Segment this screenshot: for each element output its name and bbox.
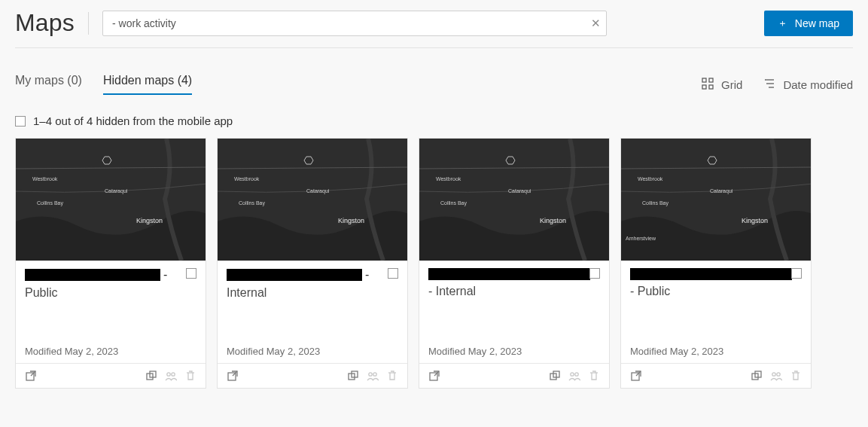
sort-icon (763, 78, 775, 92)
svg-text:Cataraqui: Cataraqui (306, 188, 330, 194)
card-modified: Modified May 2, 2023 (25, 332, 196, 357)
duplicate-icon[interactable] (549, 370, 561, 382)
svg-text:Kingston: Kingston (136, 217, 163, 224)
svg-text:Cataraqui: Cataraqui (710, 188, 733, 194)
svg-rect-3 (709, 85, 713, 89)
duplicate-icon[interactable] (145, 370, 157, 382)
select-all-checkbox[interactable] (15, 116, 26, 127)
card-footer (419, 363, 609, 388)
svg-text:Collins Bay: Collins Bay (37, 200, 64, 206)
search-input[interactable] (102, 11, 607, 36)
svg-text:Collins Bay: Collins Bay (239, 200, 266, 206)
card-subtitle: Public (25, 286, 196, 300)
card-checkbox[interactable] (186, 268, 196, 279)
card-modified: Modified May 2, 2023 (227, 332, 398, 357)
svg-point-16 (172, 373, 175, 376)
open-external-icon[interactable] (25, 370, 37, 382)
card-title-dash: - (365, 268, 369, 282)
card-title-dash: - (163, 268, 167, 282)
header-left: Maps ✕ (15, 9, 607, 37)
sort-label: Date modified (783, 78, 853, 91)
map-card[interactable]: Westbrook Cataraqui Collins Bay Kingston… (419, 138, 610, 389)
svg-point-47 (777, 373, 780, 376)
card-title-redacted (25, 269, 160, 281)
delete-icon (790, 370, 802, 382)
map-card[interactable]: Westbrook Cataraqui Collins Bay Kingston… (15, 138, 206, 389)
view-grid-button[interactable]: Grid (702, 78, 742, 92)
view-grid-label: Grid (721, 78, 742, 91)
map-thumbnail: Westbrook Cataraqui Collins Bay Kingston… (621, 139, 811, 261)
delete-icon (386, 370, 398, 382)
svg-point-36 (575, 373, 578, 376)
map-thumbnail: Westbrook Cataraqui Collins Bay Kingston (16, 139, 206, 261)
card-title-redacted (227, 269, 362, 281)
share-icon (367, 370, 379, 382)
card-checkbox[interactable] (791, 268, 802, 279)
open-external-icon[interactable] (630, 370, 642, 382)
header: Maps ✕ ＋ New map (15, 9, 853, 48)
delete-icon (184, 370, 196, 382)
card-title-row (428, 268, 600, 280)
svg-text:Amherstview: Amherstview (626, 236, 656, 241)
map-card[interactable]: Westbrook Cataraqui Collins Bay Kingston… (217, 138, 408, 389)
svg-text:Cataraqui: Cataraqui (508, 188, 531, 194)
duplicate-icon[interactable] (751, 370, 763, 382)
card-title-row (630, 268, 802, 280)
duplicate-icon[interactable] (347, 370, 359, 382)
page-title: Maps (15, 9, 75, 37)
card-body: - Internal Modified May 2, 2023 (218, 261, 407, 363)
open-external-icon[interactable] (227, 370, 239, 382)
svg-text:Collins Bay: Collins Bay (642, 200, 669, 206)
card-title-redacted (630, 268, 792, 280)
svg-text:Westbrook: Westbrook (32, 176, 58, 181)
subheader: My maps (0) Hidden maps (4) Grid (15, 74, 853, 95)
tab-hidden-maps[interactable]: Hidden maps (4) (103, 74, 192, 95)
svg-rect-0 (702, 78, 706, 82)
sort-button[interactable]: Date modified (763, 78, 853, 92)
svg-rect-2 (702, 85, 706, 89)
view-controls: Grid Date modified (702, 78, 853, 92)
card-grid: Westbrook Cataraqui Collins Bay Kingston… (15, 138, 853, 389)
svg-text:Westbrook: Westbrook (436, 176, 461, 181)
card-body: - Public Modified May 2, 2023 (621, 261, 811, 363)
map-thumbnail: Westbrook Cataraqui Collins Bay Kingston (218, 139, 407, 261)
card-title-row: - (227, 268, 398, 282)
card-title-row: - (25, 268, 196, 282)
card-subtitle: - Public (630, 285, 802, 298)
svg-text:Kingston: Kingston (540, 217, 566, 224)
map-card[interactable]: Westbrook Cataraqui Collins Bay Kingston… (620, 138, 812, 389)
new-map-label: New map (795, 17, 839, 29)
svg-text:Kingston: Kingston (742, 217, 768, 224)
card-checkbox[interactable] (589, 268, 600, 279)
card-checkbox[interactable] (388, 268, 398, 279)
search-container: ✕ (102, 11, 607, 36)
share-icon (165, 370, 177, 382)
card-title-redacted (428, 268, 590, 280)
delete-icon (588, 370, 600, 382)
card-footer (621, 363, 811, 388)
share-icon (770, 370, 782, 382)
divider (88, 12, 89, 35)
tab-my-maps[interactable]: My maps (0) (15, 74, 82, 95)
svg-text:Cataraqui: Cataraqui (105, 188, 128, 194)
card-subtitle: Internal (227, 286, 398, 300)
svg-point-26 (373, 373, 376, 376)
selection-summary: 1–4 out of 4 hidden from the mobile app (33, 114, 233, 127)
card-body: - Public Modified May 2, 2023 (16, 261, 206, 363)
svg-rect-1 (709, 78, 713, 82)
plus-icon: ＋ (778, 17, 787, 30)
selection-row: 1–4 out of 4 hidden from the mobile app (15, 114, 853, 127)
card-footer (218, 363, 407, 388)
share-icon (568, 370, 580, 382)
svg-text:Collins Bay: Collins Bay (440, 200, 468, 206)
svg-point-46 (772, 373, 775, 376)
card-body: - Internal Modified May 2, 2023 (419, 261, 609, 363)
clear-search-icon[interactable]: ✕ (591, 17, 601, 30)
open-external-icon[interactable] (428, 370, 440, 382)
new-map-button[interactable]: ＋ New map (764, 11, 853, 36)
svg-text:Kingston: Kingston (338, 217, 364, 224)
svg-point-25 (369, 373, 372, 376)
svg-text:Westbrook: Westbrook (234, 176, 260, 181)
tabs: My maps (0) Hidden maps (4) (15, 74, 192, 95)
card-subtitle: - Internal (428, 285, 600, 298)
